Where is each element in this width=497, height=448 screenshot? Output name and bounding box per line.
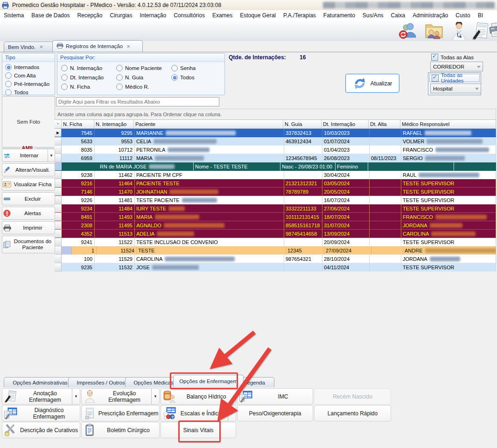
escalas-e-indices-button[interactable]: ?Escalas e Índices▼ bbox=[161, 405, 236, 421]
radio-internados[interactable]: Internados bbox=[5, 64, 55, 70]
document-pen-icon[interactable] bbox=[471, 22, 490, 42]
alterar-visuali-button[interactable]: Alterar/Visuali. bbox=[2, 163, 55, 176]
row-indicator[interactable] bbox=[55, 188, 62, 196]
menu-item-custo[interactable]: Custo bbox=[452, 10, 474, 21]
menu-item-recepcao[interactable]: Recepção bbox=[73, 10, 106, 21]
menu-item-exames[interactable]: Exames bbox=[209, 10, 236, 21]
row-indicator[interactable] bbox=[55, 146, 62, 154]
column-header-n-ficha[interactable]: N. Ficha bbox=[62, 120, 94, 129]
radio-icon[interactable] bbox=[5, 81, 12, 87]
todas-as-alas-checkbox[interactable]: Todas as Alas bbox=[431, 54, 474, 61]
row-indicator[interactable] bbox=[55, 213, 62, 221]
row-indicator[interactable] bbox=[55, 246, 62, 255]
table-row[interactable]: ▶75459295MARIANNE33783241310/03/2023RAFA… bbox=[55, 129, 496, 137]
row-indicator[interactable] bbox=[55, 196, 62, 204]
menu-item-administracao[interactable]: Administração bbox=[409, 10, 452, 21]
radio-medico-r[interactable]: Médico R. bbox=[116, 84, 169, 90]
row-indicator[interactable] bbox=[55, 171, 62, 179]
radio-nome-paciente[interactable]: Nome Paciente bbox=[116, 65, 169, 71]
menu-item-faturamento[interactable]: Faturamento bbox=[320, 10, 359, 21]
tab-opcoes-adminstrativas[interactable]: Opções Adminstrativas bbox=[4, 377, 77, 387]
imc-button[interactable]: IMC bbox=[237, 388, 313, 405]
table-row[interactable]: 10011529CAROLINA98765432128/10/2024JORDA… bbox=[55, 255, 496, 263]
radio-n-internacao[interactable]: N. Internação bbox=[61, 65, 114, 71]
table-row[interactable]: 923511532JOSE04/11/2024TESTE SUPERVISOR bbox=[55, 263, 496, 272]
radio-senha[interactable]: Senha bbox=[171, 65, 216, 71]
radio-n-guia[interactable]: N. Guia bbox=[116, 74, 169, 81]
table-row[interactable]: 849111493MARIA10111213141518/07/2024FRAN… bbox=[55, 213, 496, 221]
row-indicator[interactable] bbox=[55, 179, 62, 188]
table-row[interactable]: 924111522TESTE INCLUSAO DE CONVENIO20/09… bbox=[55, 238, 496, 246]
visualizar-ficha-button[interactable]: Visualizar Ficha bbox=[2, 178, 55, 191]
sinais-vitais-button[interactable]: Sinais Vitais bbox=[161, 422, 236, 438]
ala-dropdown[interactable]: CORREDOR bbox=[430, 62, 483, 71]
row-indicator[interactable] bbox=[55, 263, 62, 272]
alertas-button[interactable]: Alertas bbox=[2, 207, 55, 220]
dropdown-arrow-icon[interactable]: ▼ bbox=[72, 389, 80, 404]
dropdown-arrow-icon[interactable]: ▼ bbox=[151, 389, 159, 404]
table-row[interactable]: 230811495AGNALDO85851516171831/07/2024JO… bbox=[55, 221, 496, 230]
table-row[interactable]: 921611464PACIENTE TESTE2132131232103/05/… bbox=[55, 179, 496, 188]
evolucao-enfermagem-button[interactable]: Evolução Enfermagem▼ bbox=[81, 388, 160, 405]
menu-item-bi[interactable]: BI bbox=[474, 10, 487, 21]
menu-item-internacao[interactable]: Internação bbox=[136, 10, 170, 21]
radio-dt-internacao[interactable]: Dt. Internação bbox=[61, 74, 114, 81]
radio-icon[interactable] bbox=[171, 74, 178, 81]
column-header-dt-internacao[interactable]: Dt. Internação bbox=[322, 120, 369, 129]
tab-registros-de-internacao[interactable]: Registros de Internação✕ bbox=[52, 40, 143, 52]
table-row[interactable]: 922611481TESTE PACIENTE16/07/2024TESTE S… bbox=[55, 196, 496, 204]
radio-icon[interactable] bbox=[171, 65, 178, 71]
radio-icon[interactable] bbox=[116, 65, 123, 71]
table-row[interactable]: 803510712PETRONILA01/04/2023FRANCISCO bbox=[55, 146, 496, 154]
table-row[interactable]: 695911112MARIA1234567894526/08/202308/11… bbox=[55, 154, 496, 162]
dropdown-arrow-icon[interactable]: ▼ bbox=[228, 406, 236, 421]
descricao-de-curativos-button[interactable]: Descrição de Curativos bbox=[2, 422, 80, 438]
column-header-paciente[interactable]: Paciente bbox=[134, 120, 283, 129]
anotacao-enfermagem-button[interactable]: Anotação Enfermagem▼ bbox=[2, 388, 80, 405]
prescricao-enfermagem-button[interactable]: Prescrição Enfermagem bbox=[81, 405, 160, 421]
balanco-hidrico-button[interactable]: Balanço Hídrico bbox=[161, 388, 236, 405]
radio-icon[interactable] bbox=[61, 74, 68, 81]
checkbox-icon[interactable] bbox=[432, 75, 439, 82]
unidade-dropdown[interactable]: Hospital bbox=[430, 84, 481, 93]
column-header-n-guia[interactable]: N. Guia bbox=[283, 120, 322, 129]
row-indicator[interactable] bbox=[55, 221, 62, 230]
tab-opcoes-de-enfermagem[interactable]: Opções de Enfermagem bbox=[173, 375, 244, 387]
tab-impressoes-outros[interactable]: Impressões / Outros bbox=[68, 377, 133, 387]
radio-com-alta[interactable]: Com Alta bbox=[5, 72, 55, 79]
radio-icon[interactable] bbox=[61, 84, 68, 90]
lancamento-rapido-button[interactable]: Lançamento Rápido bbox=[314, 405, 391, 421]
radio-icon[interactable] bbox=[5, 72, 12, 79]
table-row[interactable]: 435211513ADELIA9874541465813/09/2024CARO… bbox=[55, 230, 496, 238]
checkbox-icon[interactable] bbox=[431, 54, 438, 61]
table-row[interactable]: RN de MARIA JOSENome - TESTE TESTENasc -… bbox=[55, 162, 496, 171]
peso-oxigenoterapia-button[interactable]: Peso/Oxigenoterapia bbox=[237, 405, 313, 421]
menu-item-base-de-dados[interactable]: Base de Dados bbox=[28, 10, 73, 21]
menu-item-sus-ans[interactable]: Sus/Ans bbox=[359, 10, 387, 21]
radio-todos[interactable]: Todos bbox=[5, 89, 55, 96]
menu-item-caixa[interactable]: Caixa bbox=[387, 10, 409, 21]
todas-as-unidades-checkbox[interactable]: Todas as Unidades bbox=[429, 74, 480, 82]
column-header-medico-responsavel[interactable]: Médico Responsável bbox=[400, 120, 496, 129]
close-icon[interactable]: ✕ bbox=[126, 44, 130, 49]
internar-button[interactable]: Internar▼ bbox=[2, 149, 55, 162]
table-row[interactable]: 56339553CELIA46391243401/07/2024VOLMER bbox=[55, 137, 496, 146]
user-refresh-icon[interactable] bbox=[398, 22, 418, 41]
atualizar-button[interactable]: Atualizar bbox=[345, 74, 399, 93]
row-indicator[interactable]: ▶ bbox=[55, 129, 62, 137]
table-row[interactable]: 714611470JOHNATHAN7878978920/05/2024TEST… bbox=[55, 188, 496, 196]
menu-item-cirurgias[interactable]: Cirurgias bbox=[106, 10, 136, 21]
doctor-icon[interactable] bbox=[451, 22, 468, 42]
tab-bem-vindo[interactable]: Bem Vindo.✕ bbox=[4, 42, 58, 52]
boletim-cirurgico-button[interactable]: Boletim Cirúrgico bbox=[81, 422, 160, 438]
printer-icon[interactable] bbox=[488, 22, 497, 41]
radio-icon[interactable] bbox=[5, 64, 12, 70]
menu-item-consultorios[interactable]: Consultórios bbox=[170, 10, 209, 21]
documentos-do-paciente-button[interactable]: Documentos do Paciente bbox=[2, 236, 55, 253]
imprimir-button[interactable]: Imprimir bbox=[2, 221, 55, 234]
radio-icon[interactable] bbox=[116, 74, 123, 81]
radio-icon[interactable] bbox=[61, 65, 68, 71]
table-row[interactable]: 111524TESTE1234527/09/2024ANDRE bbox=[55, 246, 496, 255]
grid-filter-input[interactable] bbox=[56, 97, 219, 106]
close-icon[interactable]: ✕ bbox=[39, 44, 43, 49]
